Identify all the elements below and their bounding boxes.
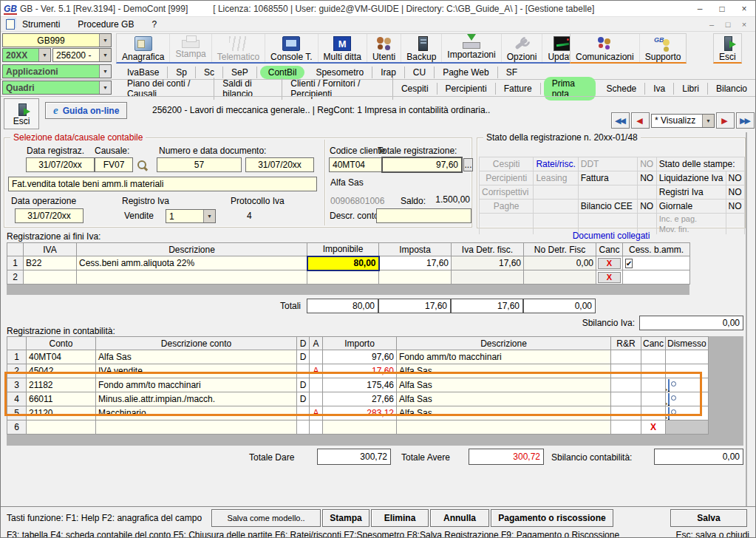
importo-cell[interactable]: 283,12 — [323, 406, 397, 420]
importo-cell[interactable] — [323, 420, 397, 435]
menu-strumenti[interactable]: Strumenti — [22, 19, 60, 30]
toolbar-button-esci[interactable]: Esci — [714, 34, 741, 62]
stampa-button[interactable]: Stampa — [322, 509, 370, 527]
toolbar-button-backup[interactable]: Backup — [401, 34, 442, 62]
imposta-cell[interactable]: 17,60 — [379, 256, 452, 270]
dare-flag[interactable]: D — [297, 378, 310, 392]
descr-conto-cell[interactable] — [96, 420, 297, 435]
descr-conto-cell[interactable]: Macchinario — [96, 406, 297, 420]
avere-flag[interactable]: A — [310, 406, 323, 420]
toolbar-button-stampa[interactable]: Stampa — [170, 34, 211, 62]
avere-flag[interactable] — [310, 392, 323, 406]
tab-sc[interactable]: Sc — [196, 67, 223, 78]
last-record-icon[interactable]: ▶▶ — [736, 112, 755, 129]
menu-help[interactable]: ? — [151, 19, 157, 30]
descrizione-cell[interactable]: Alfa Sas — [397, 378, 611, 392]
iva-descr-cell[interactable]: Cess.beni amm.aliquota 22% — [77, 256, 307, 270]
imponibile-cell[interactable] — [307, 270, 379, 285]
data-operazione-field[interactable]: 31/07/20xx — [15, 208, 84, 223]
descrizione-cell[interactable]: Alfa Sas — [397, 364, 611, 378]
descrizione-causale-field[interactable]: Fat.vendita totale beni amm.li materiali — [8, 177, 317, 191]
tab-sf[interactable]: SF — [498, 67, 525, 78]
conto-cell[interactable]: 21182 — [27, 378, 96, 392]
dismesso-preview-icon[interactable] — [668, 393, 670, 406]
toolbar-button-multi-ditta[interactable]: Multi ditta — [319, 34, 367, 62]
tab-irap[interactable]: Irap — [372, 67, 405, 78]
dismesso-preview-icon[interactable] — [668, 379, 670, 392]
menu-procedure-gb[interactable]: Procedure GB — [78, 19, 134, 30]
applicazioni-select[interactable]: Applicazioni ▼ — [2, 64, 112, 78]
chevron-down-icon[interactable]: ▼ — [99, 49, 111, 61]
company-select[interactable]: GB999 ▼ — [2, 33, 112, 47]
tab-percipienti[interactable]: Percipienti — [437, 83, 496, 95]
data-registraz-field[interactable]: 31/07/20xx — [26, 157, 95, 172]
tab-sep[interactable]: SeP — [223, 67, 257, 78]
descr-conto-cell[interactable]: Alfa Sas — [96, 350, 297, 364]
avere-flag[interactable]: A — [310, 364, 323, 378]
quadri-select[interactable]: Quadri ▼ — [2, 81, 112, 95]
toolbar-button-supporto[interactable]: Supporto — [640, 34, 687, 62]
iva-code-cell[interactable] — [24, 270, 77, 285]
descr-conto-field[interactable] — [376, 208, 471, 223]
tab-paghe-web[interactable]: Paghe Web — [435, 67, 498, 78]
guida-online-button[interactable]: e Guida on-line — [45, 102, 127, 119]
more-button[interactable]: ... — [463, 158, 473, 171]
cess-bamm-checkbox[interactable]: ✔ — [625, 259, 633, 268]
tab-schede[interactable]: Schede — [599, 83, 646, 95]
conto-cell[interactable]: 45042 — [27, 364, 96, 378]
descrizione-cell[interactable]: Alfa Sas — [397, 406, 611, 420]
tab-cespiti[interactable]: Cespiti — [393, 83, 437, 95]
descrizione-cell[interactable]: Alfa Sas — [397, 392, 611, 406]
close-icon[interactable]: × — [733, 4, 755, 14]
chevron-down-icon[interactable]: ▼ — [99, 81, 111, 94]
conto-cell[interactable] — [27, 420, 96, 435]
causale-field[interactable]: FV07 — [95, 157, 133, 172]
toolbar-button-telematico[interactable]: Telematico — [212, 34, 265, 62]
imponibile-cell[interactable]: 80,00 — [307, 256, 379, 270]
search-icon[interactable] — [137, 160, 148, 171]
tab-ivabase[interactable]: IvaBase — [119, 67, 168, 78]
toolbar-button-comunicazioni[interactable]: Comunicazioni — [571, 34, 640, 62]
elimina-button[interactable]: Elimina — [371, 509, 429, 527]
next-record-icon[interactable]: ▶ — [716, 112, 735, 129]
chevron-down-icon[interactable]: ▼ — [702, 115, 714, 127]
importo-cell[interactable]: 97,60 — [323, 350, 397, 364]
visualizza-select[interactable]: * Visualizz ▼ — [651, 114, 715, 128]
esci-small-button[interactable]: Esci — [4, 98, 39, 129]
dare-flag[interactable]: D — [297, 392, 310, 406]
ratei-risc-link[interactable]: Ratei/risc. — [534, 157, 578, 171]
minimize-icon[interactable]: – — [689, 4, 711, 14]
importo-cell[interactable]: 175,46 — [323, 378, 397, 392]
dare-flag[interactable] — [297, 406, 310, 420]
tab-iva[interactable]: Iva — [645, 83, 674, 95]
iva-descr-cell[interactable] — [77, 270, 307, 285]
chevron-down-icon[interactable]: ▼ — [99, 34, 111, 47]
dare-flag[interactable]: D — [297, 350, 310, 364]
canc-x-button[interactable]: X — [641, 420, 666, 435]
avere-flag[interactable] — [310, 378, 323, 392]
pagamento-riscossione-button[interactable]: Pagamento o riscossione — [491, 509, 613, 527]
toolbar-button-console[interactable]: Console T. — [265, 34, 318, 62]
dismesso-preview-icon[interactable] — [668, 407, 670, 420]
firm-code-select[interactable]: 256200 - ▼ — [52, 48, 112, 62]
descr-conto-cell[interactable]: IVA vendite — [96, 364, 297, 378]
chevron-down-icon[interactable]: ▼ — [99, 65, 111, 78]
iva-code-cell[interactable]: B22 — [24, 256, 77, 270]
salva-button[interactable]: Salva — [670, 509, 747, 527]
chevron-down-icon[interactable]: ▼ — [38, 49, 50, 61]
avere-flag[interactable] — [310, 350, 323, 364]
prev-record-icon[interactable]: ◀ — [631, 112, 650, 129]
descr-conto-cell[interactable]: Fondo amm/to macchinari — [96, 378, 297, 392]
importo-cell[interactable]: 27,66 — [323, 392, 397, 406]
descrizione-cell[interactable]: Fondo amm/to macchinari — [397, 350, 611, 364]
tab-sp[interactable]: Sp — [168, 67, 196, 78]
descrizione-cell[interactable] — [397, 420, 611, 435]
conto-cell[interactable]: 40MT04 — [27, 350, 96, 364]
conto-cell[interactable]: 21120 — [27, 406, 96, 420]
chevron-down-icon[interactable]: ▼ — [203, 210, 215, 222]
dare-flag[interactable] — [297, 364, 310, 378]
tab-bilancio[interactable]: Bilancio — [708, 83, 755, 95]
salva-modello-button[interactable]: Salva come modello.. — [211, 509, 321, 527]
mdi-restore-icon[interactable]: □ — [723, 20, 733, 29]
tab-libri[interactable]: Libri — [674, 83, 708, 95]
